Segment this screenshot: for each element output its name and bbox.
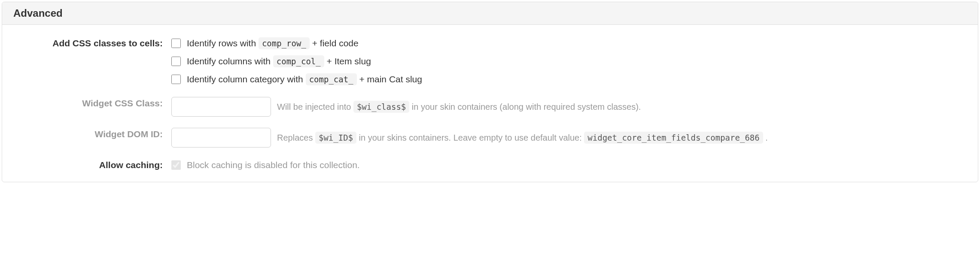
panel-body: Add CSS classes to cells: Identify rows …: [2, 25, 978, 182]
checkbox-identify-columns[interactable]: [171, 57, 181, 66]
text-cols-pre: Identify columns with: [187, 56, 273, 66]
checkbox-identify-category[interactable]: [171, 75, 181, 84]
checkbox-line-cats: Identify column category with comp_cat_ …: [171, 73, 967, 86]
text-cats-post: + main Cat slug: [359, 74, 422, 84]
value-css-cells: Identify rows with comp_row_ + field cod…: [171, 37, 967, 86]
input-line-css-class: Will be injected into $wi_class$ in your…: [171, 97, 967, 117]
text-cats-pre: Identify column category with: [187, 74, 306, 84]
checkbox-line-cols: Identify columns with comp_col_ + Item s…: [171, 55, 967, 68]
help-domid-post: .: [765, 133, 768, 142]
help-domid-pre: Replaces: [277, 133, 315, 142]
checkbox-line-caching: Block caching is disabled for this colle…: [171, 159, 967, 172]
label-css-cells: Add CSS classes to cells:: [13, 37, 171, 50]
help-css-pre: Will be injected into: [277, 102, 353, 111]
help-domid-mid: in your skins containers. Leave empty to…: [359, 133, 584, 142]
help-css-post: in your skin containers (along with requ…: [412, 102, 641, 111]
code-default-dom-id: widget_core_item_fields_compare_686: [584, 132, 763, 144]
text-cols-post: + Item slug: [327, 56, 371, 66]
checkbox-label-rows: Identify rows with comp_row_ + field cod…: [187, 37, 359, 50]
row-allow-caching: Allow caching: Block caching is disabled…: [13, 159, 967, 172]
text-rows-post: + field code: [312, 38, 359, 48]
label-widget-css-class: Widget CSS Class:: [13, 97, 171, 110]
label-widget-dom-id: Widget DOM ID:: [13, 128, 171, 141]
checkbox-label-cols: Identify columns with comp_col_ + Item s…: [187, 55, 371, 68]
value-widget-css-class: Will be injected into $wi_class$ in your…: [171, 97, 967, 117]
checkbox-label-cats: Identify column category with comp_cat_ …: [187, 73, 422, 86]
label-allow-caching: Allow caching:: [13, 159, 171, 172]
help-widget-css-class: Will be injected into $wi_class$ in your…: [277, 102, 641, 112]
checkbox-allow-caching: [171, 160, 181, 170]
checkbox-line-rows: Identify rows with comp_row_ + field cod…: [171, 37, 967, 50]
row-css-cells: Add CSS classes to cells: Identify rows …: [13, 37, 967, 86]
input-widget-css-class[interactable]: [171, 97, 271, 117]
code-comp-cat: comp_cat_: [306, 73, 357, 85]
value-widget-dom-id: Replaces $wi_ID$ in your skins container…: [171, 128, 967, 148]
code-comp-col: comp_col_: [273, 55, 324, 67]
row-widget-dom-id: Widget DOM ID: Replaces $wi_ID$ in your …: [13, 128, 967, 148]
panel-title: Advanced: [2, 2, 978, 25]
input-line-dom-id: Replaces $wi_ID$ in your skins container…: [171, 128, 967, 148]
text-rows-pre: Identify rows with: [187, 38, 259, 48]
code-wi-class: $wi_class$: [353, 101, 409, 113]
code-comp-row: comp_row_: [259, 37, 310, 49]
advanced-panel: Advanced Add CSS classes to cells: Ident…: [2, 2, 978, 182]
caching-note: Block caching is disabled for this colle…: [187, 159, 360, 172]
code-wi-id: $wi_ID$: [315, 132, 356, 144]
input-widget-dom-id[interactable]: [171, 128, 271, 148]
help-widget-dom-id: Replaces $wi_ID$ in your skins container…: [277, 133, 768, 143]
checkbox-identify-rows[interactable]: [171, 39, 181, 48]
value-allow-caching: Block caching is disabled for this colle…: [171, 159, 967, 172]
row-widget-css-class: Widget CSS Class: Will be injected into …: [13, 97, 967, 117]
